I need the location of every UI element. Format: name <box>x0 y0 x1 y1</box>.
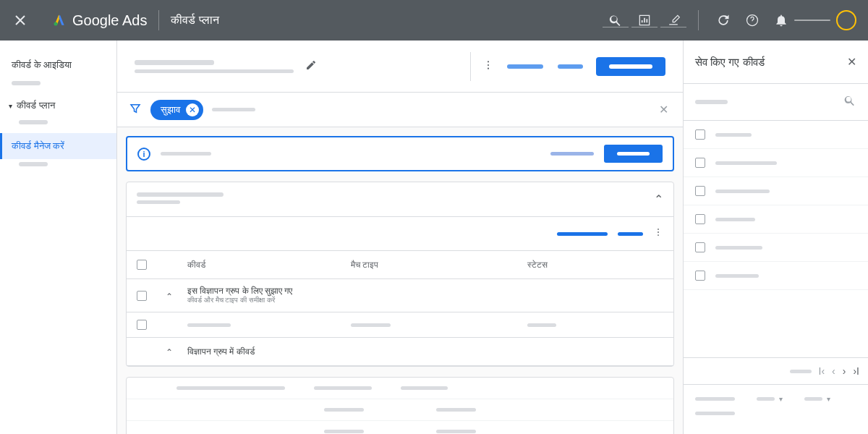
help-icon[interactable] <box>739 7 765 33</box>
list-item[interactable] <box>684 234 868 262</box>
svg-point-5 <box>658 229 659 230</box>
sidebar-subitem[interactable] <box>12 81 41 85</box>
sidebar-item-keyword-plan[interactable]: ▾ कीवर्ड प्लान <box>0 94 116 117</box>
page-title: कीवर्ड प्लान <box>171 14 218 27</box>
page-first-icon[interactable]: I‹ <box>819 365 825 377</box>
refresh-icon[interactable] <box>710 7 736 33</box>
banner-link[interactable] <box>550 152 594 156</box>
banner-text <box>161 152 211 156</box>
summary-card <box>126 377 674 434</box>
row-checkbox[interactable] <box>695 242 705 252</box>
svg-point-3 <box>488 64 489 65</box>
chip-label: सुझाव <box>161 104 180 116</box>
chevron-up-icon[interactable]: ⌃ <box>166 292 173 302</box>
left-sidebar: कीवर्ड के आइडिया ▾ कीवर्ड प्लान कीवर्ड म… <box>0 41 117 434</box>
col-header-match-type[interactable]: मैच टाइप <box>351 260 527 270</box>
notifications-icon[interactable] <box>768 7 794 33</box>
main-toolbar <box>117 41 683 93</box>
row-checkbox[interactable] <box>137 291 147 301</box>
overflow-menu-icon[interactable] <box>653 227 663 240</box>
col-header-status[interactable]: स्टेटस <box>527 260 663 270</box>
list-item[interactable] <box>684 205 868 234</box>
sidebar-subitem[interactable] <box>19 120 48 124</box>
primary-action-button[interactable] <box>596 57 665 76</box>
brand-name: Google Ads <box>72 12 147 29</box>
row-checkbox[interactable] <box>695 214 705 224</box>
toolbar-link-1[interactable] <box>500 59 550 75</box>
sub-link-2[interactable] <box>618 232 643 236</box>
app-header: Google Ads कीवर्ड प्लान <box>0 0 868 41</box>
group-subtitle: कीवर्ड और मैच टाइप की समीक्षा करें <box>187 296 663 305</box>
sidebar-item-manage-keywords[interactable]: कीवर्ड मैनेज करें <box>0 133 116 159</box>
google-ads-logo-icon <box>52 13 67 27</box>
add-filter[interactable] <box>212 108 255 111</box>
svg-point-6 <box>658 231 659 233</box>
banner-action-button[interactable] <box>604 145 663 163</box>
sidebar-item-keyword-ideas[interactable]: कीवर्ड के आइडिया <box>0 52 116 78</box>
right-panel: सेव किए गए कीवर्ड ✕ I‹ ‹ › ›I <box>684 41 868 434</box>
right-panel-footer: ▾ ▾ <box>684 385 868 434</box>
filter-chip-suggestions[interactable]: सुझाव ✕ <box>150 100 203 120</box>
list-item[interactable] <box>684 149 868 177</box>
row-checkbox[interactable] <box>695 271 705 281</box>
list-item[interactable] <box>684 177 868 205</box>
select-all-checkbox[interactable] <box>137 260 147 270</box>
saved-keywords-list <box>684 121 868 357</box>
main-panel: सुझाव ✕ ✕ i ⌃ <box>117 41 684 434</box>
info-banner: i <box>126 136 674 171</box>
page-next-icon[interactable]: › <box>843 365 846 377</box>
account-link[interactable] <box>794 20 830 21</box>
profile-avatar[interactable] <box>836 10 856 30</box>
reports-icon[interactable] <box>631 7 658 33</box>
search-icon[interactable] <box>603 7 629 33</box>
edit-icon[interactable] <box>305 59 317 74</box>
close-filter-icon[interactable]: ✕ <box>656 100 671 119</box>
col-header-keyword[interactable]: कीवर्ड <box>187 260 351 270</box>
group-header-row: ⌃ विज्ञापन ग्रुप में कीवर्ड <box>127 338 673 366</box>
row-checkbox[interactable] <box>695 158 705 168</box>
filter-icon[interactable] <box>129 102 142 118</box>
right-panel-search[interactable] <box>684 84 868 121</box>
plan-title <box>135 60 294 73</box>
toolbar-link-2[interactable] <box>550 59 590 75</box>
svg-point-2 <box>488 61 489 62</box>
caret-down-icon[interactable]: ▾ <box>827 395 830 403</box>
caret-down-icon[interactable]: ▾ <box>779 395 783 403</box>
sidebar-subitem[interactable] <box>19 162 48 166</box>
tools-icon[interactable] <box>660 7 686 33</box>
group-title: विज्ञापन ग्रुप में कीवर्ड <box>187 347 663 357</box>
info-icon: i <box>137 148 150 161</box>
search-icon[interactable] <box>843 94 856 110</box>
brand-logo: Google Ads <box>52 12 147 29</box>
chip-remove-icon[interactable]: ✕ <box>186 103 199 116</box>
svg-point-7 <box>658 234 659 236</box>
caret-down-icon: ▾ <box>9 102 12 110</box>
row-checkbox[interactable] <box>695 186 705 196</box>
card-subheader <box>127 217 673 251</box>
adgroup-card: ⌃ कीवर्ड मैच टाइप स्टेटस ⌃ <box>126 182 674 367</box>
list-item[interactable] <box>684 262 868 290</box>
list-item[interactable] <box>684 121 868 149</box>
right-panel-header: सेव किए गए कीवर्ड ✕ <box>684 41 868 84</box>
row-checkbox[interactable] <box>137 320 147 330</box>
content-area: i ⌃ कीव <box>117 127 683 434</box>
row-checkbox[interactable] <box>695 129 705 140</box>
group-title: इस विज्ञापन ग्रुप के लिए सुझाए गए <box>187 286 663 296</box>
group-header-row: ⌃ इस विज्ञापन ग्रुप के लिए सुझाए गए कीवर… <box>127 279 673 312</box>
svg-point-0 <box>54 22 58 26</box>
close-icon[interactable] <box>12 12 29 29</box>
table-row[interactable] <box>127 312 673 338</box>
header-divider <box>158 10 159 30</box>
pagination: I‹ ‹ › ›I <box>684 357 868 385</box>
svg-point-4 <box>488 67 489 69</box>
filter-bar: सुझाव ✕ ✕ <box>117 93 683 127</box>
table-header-row: कीवर्ड मैच टाइप स्टेटस <box>127 251 673 279</box>
sub-link-1[interactable] <box>557 232 608 236</box>
chevron-up-icon[interactable]: ⌃ <box>166 347 173 357</box>
card-header: ⌃ <box>127 182 673 217</box>
page-last-icon[interactable]: ›I <box>853 365 859 377</box>
chevron-up-icon[interactable]: ⌃ <box>654 192 663 206</box>
close-icon[interactable]: ✕ <box>847 55 856 69</box>
page-prev-icon[interactable]: ‹ <box>832 365 835 377</box>
overflow-menu-icon[interactable] <box>477 54 500 80</box>
